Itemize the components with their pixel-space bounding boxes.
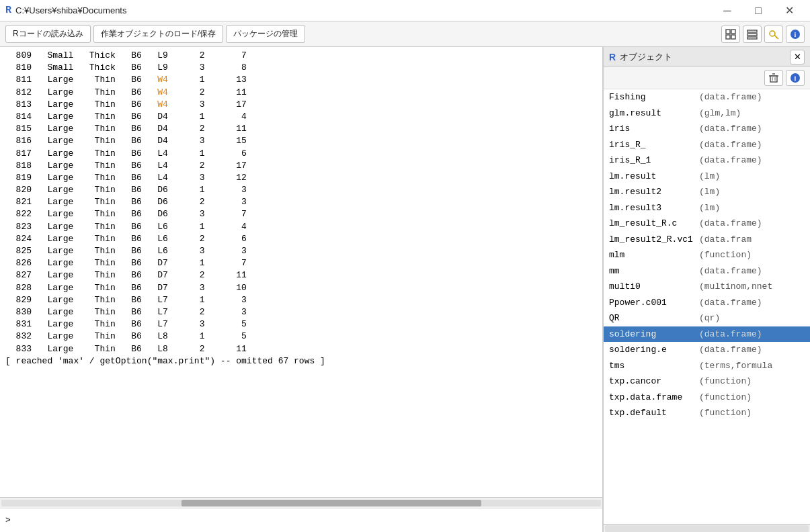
hscroll-thumb[interactable] — [181, 500, 481, 506]
svg-rect-6 — [747, 37, 757, 39]
object-name: lm.result2 — [609, 185, 696, 199]
object-list-item[interactable]: iris_R_(data.frame) — [604, 137, 810, 153]
object-name: mlm — [609, 249, 696, 262]
object-list-item[interactable]: multi0(multinom,nnet — [604, 279, 810, 295]
toolbar-right: i — [721, 26, 805, 43]
object-list-item[interactable]: QR(qr) — [604, 310, 810, 326]
console-input-area: > — [0, 508, 602, 532]
title-bar: R C:¥Users¥shiba¥Documents ─ □ ✕ — [0, 0, 810, 21]
object-list-item[interactable]: txp.default(function) — [604, 405, 810, 421]
object-list-item[interactable]: txp.cancor(function) — [604, 373, 810, 390]
object-panel-header: R オブジェクト ✕ — [604, 47, 810, 67]
object-name: multi0 — [609, 280, 696, 294]
obj-hscroll-track[interactable] — [605, 525, 809, 532]
object-list-item[interactable]: iris(data.frame) — [604, 121, 810, 137]
object-list-item[interactable]: tms(terms,formula — [604, 358, 810, 374]
object-list-item[interactable]: lm.result(lm) — [604, 169, 810, 185]
object-info-button[interactable]: i — [786, 70, 805, 86]
svg-text:i: i — [795, 31, 797, 38]
object-list-item[interactable]: mlm(function) — [604, 247, 810, 263]
object-type: (function) — [699, 249, 752, 262]
object-panel-r-icon: R — [609, 52, 616, 62]
svg-rect-3 — [731, 35, 735, 39]
console-panel: 809 Small Thick B6 L9 2 7 810 Small Thic… — [0, 47, 603, 532]
object-list-item[interactable]: txp.data.frame(function) — [604, 390, 810, 406]
object-name: iris_R_1 — [609, 154, 696, 167]
grid-view-button[interactable] — [721, 26, 740, 43]
object-name: Fishing — [609, 91, 696, 104]
object-panel-controls: ✕ — [790, 50, 805, 64]
object-name: txp.cancor — [609, 375, 696, 388]
info-circle-icon: i — [790, 73, 801, 83]
hscroll-track[interactable] — [1, 500, 601, 506]
object-list-item[interactable]: Fishing(data.frame) — [604, 89, 810, 105]
object-list-item[interactable]: soldering(data.frame) — [604, 326, 810, 343]
horizontal-scrollbar[interactable] — [0, 497, 602, 508]
close-button[interactable]: ✕ — [774, 0, 805, 21]
object-panel-close-button[interactable]: ✕ — [790, 50, 805, 64]
load-code-button[interactable]: Rコードの読み込み — [5, 25, 91, 43]
toolbar-left: Rコードの読み込み 作業オブジェクトのロード/保存 パッケージの管理 — [5, 25, 305, 43]
info-button[interactable]: i — [786, 26, 805, 43]
object-list-item[interactable]: soldering.e(data.frame) — [604, 342, 810, 358]
highlight-w4: W4 — [157, 75, 168, 85]
object-list-item[interactable]: mm(data.frame) — [604, 263, 810, 279]
console-output[interactable]: 809 Small Thick B6 L9 2 7 810 Small Thic… — [0, 47, 602, 497]
highlight-w4: W4 — [157, 99, 168, 109]
object-type: (data.frame) — [699, 138, 762, 152]
object-name: mm — [609, 265, 696, 278]
list-view-button[interactable] — [743, 26, 762, 43]
object-name: txp.data.frame — [609, 391, 696, 404]
object-type: (data.frame) — [699, 154, 762, 167]
object-panel-title: R オブジェクト — [609, 51, 672, 63]
object-type: (data.frame) — [699, 296, 762, 310]
object-type: (function) — [699, 375, 752, 388]
title-left: R C:¥Users¥shiba¥Documents — [5, 5, 126, 16]
object-list[interactable]: Fishing(data.frame)glm.result(glm,lm)iri… — [604, 89, 810, 524]
object-type: (qr) — [699, 312, 720, 325]
maximize-button[interactable]: □ — [743, 0, 774, 21]
object-type: (lm) — [699, 202, 720, 215]
object-list-item[interactable]: lm.result3(lm) — [604, 200, 810, 216]
trash-icon — [768, 73, 779, 83]
object-list-item[interactable]: lm.result2(lm) — [604, 184, 810, 200]
object-name: QR — [609, 312, 696, 325]
svg-rect-12 — [770, 76, 777, 82]
object-type: (multinom,nnet — [699, 280, 772, 294]
object-panel-label: オブジェクト — [620, 51, 672, 63]
package-button[interactable]: パッケージの管理 — [226, 25, 305, 43]
object-name: iris — [609, 122, 696, 136]
highlight-w4: W4 — [157, 87, 168, 97]
object-name: soldering.e — [609, 343, 696, 357]
object-type: (lm) — [699, 170, 720, 183]
key-button[interactable] — [764, 26, 783, 43]
object-panel: R オブジェクト ✕ i — [603, 47, 810, 532]
object-name: lm_result_R.c — [609, 217, 696, 230]
object-type: (glm,lm) — [699, 107, 741, 120]
object-list-item[interactable]: Ppower.c001(data.frame) — [604, 295, 810, 311]
delete-object-button[interactable] — [764, 70, 783, 86]
info-icon: i — [790, 29, 801, 40]
toolbar: Rコードの読み込み 作業オブジェクトのロード/保存 パッケージの管理 — [0, 21, 810, 47]
svg-rect-4 — [747, 30, 757, 32]
object-type: (data.frame) — [699, 217, 762, 230]
object-list-item[interactable]: glm.result(glm,lm) — [604, 105, 810, 122]
object-list-item[interactable]: lm_result_R.c(data.frame) — [604, 216, 810, 232]
object-type: (data.frame) — [699, 265, 762, 278]
minimize-button[interactable]: ─ — [712, 0, 743, 21]
object-name: txp.default — [609, 406, 696, 420]
object-list-item[interactable]: iris_R_1(data.frame) — [604, 152, 810, 169]
svg-rect-5 — [747, 34, 757, 36]
object-hscroll[interactable] — [604, 524, 810, 532]
title-path: C:¥Users¥shiba¥Documents — [15, 5, 126, 15]
console-input[interactable] — [13, 515, 597, 525]
svg-rect-1 — [731, 30, 735, 34]
title-controls: ─ □ ✕ — [712, 0, 805, 21]
object-type: (data.frame) — [699, 122, 762, 136]
object-list-item[interactable]: lm_result2_R.vc1(data.fram — [604, 232, 810, 248]
object-type: (data.frame) — [699, 343, 762, 357]
object-name: lm_result2_R.vc1 — [609, 233, 696, 247]
app-icon: R — [5, 5, 11, 16]
object-name: lm.result3 — [609, 202, 696, 215]
load-save-button[interactable]: 作業オブジェクトのロード/保存 — [93, 25, 223, 43]
